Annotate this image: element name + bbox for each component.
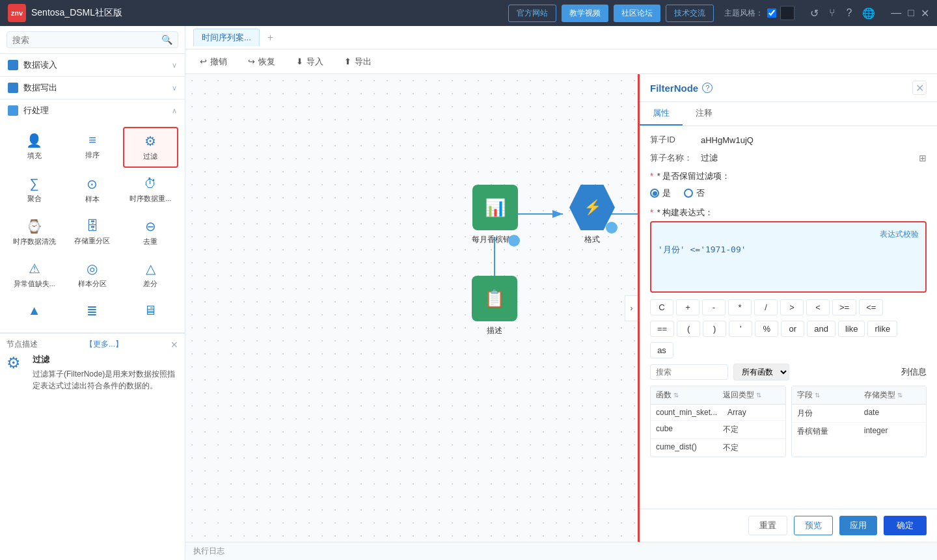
close-icon[interactable]: ✕ — [921, 7, 929, 20]
func-filter-select[interactable]: 所有函数 — [733, 364, 789, 380]
calc-btn-or[interactable]: or — [781, 321, 804, 337]
reload-icon[interactable]: ↺ — [810, 7, 819, 20]
calc-btn-divide[interactable]: / — [754, 299, 778, 315]
sidebar-item-sample-partition[interactable]: ◎ 样本分区 — [64, 255, 120, 295]
sidebar-item-extra2[interactable]: ≣ — [64, 297, 120, 327]
col-row-1[interactable]: 月份 date — [792, 405, 927, 423]
sidebar-item-aggregate[interactable]: ∑ 聚合 — [7, 170, 62, 210]
panel-close-icon[interactable]: ✕ — [912, 81, 927, 95]
toolbar-redo[interactable]: ↪ 恢复 — [244, 53, 279, 70]
node-format[interactable]: ⚡ 格式 — [569, 185, 615, 245]
calc-btn-lt[interactable]: < — [806, 299, 830, 315]
sidebar-item-diff[interactable]: △ 差分 — [123, 255, 178, 295]
fork-icon[interactable]: ⑂ — [829, 7, 835, 20]
calc-btn-gte[interactable]: >= — [832, 299, 856, 315]
calc-btn-mod[interactable]: % — [755, 321, 778, 337]
calc-btn-like[interactable]: like — [838, 321, 865, 337]
panel-footer: 重置 预览 应用 确定 — [640, 509, 937, 542]
tab-comments[interactable]: 注释 — [683, 102, 726, 126]
globe-icon[interactable]: 🌐 — [862, 7, 875, 20]
theme-swatch[interactable] — [780, 6, 794, 20]
calc-btn-rlike[interactable]: rlike — [867, 321, 897, 337]
algo-name-value: 过滤 — [701, 152, 718, 164]
section-icon-row-processing — [8, 105, 18, 116]
func-row-1[interactable]: count_min_sket... Array — [651, 405, 785, 421]
minimize-icon[interactable]: — — [891, 7, 901, 20]
apply-button[interactable]: 应用 — [839, 516, 877, 535]
radio-yes-label: 是 — [662, 187, 671, 199]
calc-btn-lparen[interactable]: ( — [677, 321, 700, 337]
node-monthly-sales[interactable]: 📊 每月香槟销量 — [472, 185, 519, 245]
calc-btn-and[interactable]: and — [807, 321, 835, 337]
panel-collapse-btn[interactable]: › — [625, 295, 638, 321]
section-header-data-export[interactable]: 数据写出 ∨ — [0, 77, 185, 99]
calc-btn-multiply[interactable]: * — [728, 299, 752, 315]
section-icon-data-export — [8, 83, 18, 93]
sidebar-item-outlier[interactable]: ⚠ 异常值缺失... — [7, 255, 62, 295]
tab-properties[interactable]: 属性 — [640, 102, 683, 126]
storage-type-sort-icon: ⇅ — [897, 392, 903, 399]
reset-button[interactable]: 重置 — [748, 516, 787, 535]
sidebar-item-fill[interactable]: 👤 填充 — [7, 127, 62, 168]
toolbar-import[interactable]: ⬇ 导入 — [292, 53, 327, 70]
maximize-icon[interactable]: □ — [908, 7, 914, 20]
col-table: 字段 ⇅ 存储类型 ⇅ 月份 date — [791, 386, 927, 457]
aggregate-icon: ∑ — [30, 176, 39, 191]
section-header-data-import[interactable]: 数据读入 ∨ — [0, 54, 185, 76]
storage-repartition-icon: 🗄 — [86, 219, 99, 233]
sidebar-item-dedup[interactable]: ⊖ 去重 — [123, 213, 178, 252]
canvas[interactable]: 📊 每月香槟销量 ⚡ 格式 ⚙ — [185, 74, 638, 542]
nav-btn-community[interactable]: 社区论坛 — [614, 5, 660, 22]
node-desc-close-icon[interactable]: ✕ — [170, 340, 178, 350]
theme-checkbox[interactable] — [767, 8, 776, 18]
search-input[interactable] — [12, 35, 161, 45]
radio-yes[interactable]: 是 — [650, 187, 671, 199]
help-icon[interactable]: ? — [846, 7, 852, 20]
chevron-down-icon: ∨ — [172, 61, 177, 70]
panel-help-icon[interactable]: ? — [702, 83, 713, 93]
calc-btn-plus[interactable]: + — [676, 299, 699, 315]
sidebar-item-timeseries[interactable]: ⏱ 时序数据重... — [123, 170, 178, 210]
panel-header: FilterNode ? ✕ — [640, 74, 937, 102]
expression-input[interactable]: '月份' <='1971-09' — [658, 244, 919, 283]
expr-validate-btn[interactable]: 表达式校验 — [880, 229, 919, 240]
calc-btn-minus[interactable]: - — [702, 299, 726, 315]
sidebar-item-ts-clean[interactable]: ⌚ 时序数据清洗 — [7, 213, 62, 252]
calc-btn-lte[interactable]: <= — [859, 299, 883, 315]
func-row-3[interactable]: cume_dist() 不定 — [651, 439, 785, 457]
calc-btn-c[interactable]: C — [650, 299, 673, 315]
sidebar-item-extra1[interactable]: ▲ — [7, 297, 62, 327]
content-area: 时间序列案... + ↩ 撤销 ↪ 恢复 ⬇ 导入 ⬆ 导出 — [185, 26, 937, 560]
calc-btn-quote[interactable]: ' — [729, 321, 752, 337]
col-row-2[interactable]: 香槟销量 integer — [792, 423, 927, 440]
nav-btn-official[interactable]: 官方网站 — [508, 5, 556, 22]
sidebar-item-sample[interactable]: ⊙ 样本 — [64, 170, 120, 210]
rename-icon[interactable]: ⊞ — [919, 153, 927, 163]
sidebar-item-filter[interactable]: ⚙ 过滤 — [123, 127, 178, 168]
calc-btn-as[interactable]: as — [650, 342, 673, 358]
node-desc-more-link[interactable]: 【更多...】 — [85, 339, 123, 350]
sidebar-item-sort[interactable]: ≡ 排序 — [64, 127, 120, 168]
radio-no[interactable]: 否 — [684, 187, 705, 199]
toolbar-export[interactable]: ⬆ 导出 — [340, 53, 375, 70]
node-describe[interactable]: 📋 描述 — [472, 276, 517, 336]
chevron-up-icon: ∧ — [172, 107, 177, 115]
func-search-input[interactable] — [650, 364, 728, 380]
section-header-row-processing[interactable]: 行处理 ∧ — [0, 100, 185, 122]
node-desc-node-name: 过滤 — [33, 354, 178, 366]
confirm-button[interactable]: 确定 — [884, 516, 927, 535]
toolbar-undo[interactable]: ↩ 撤销 — [196, 53, 231, 70]
func-row-2[interactable]: cube 不定 — [651, 421, 785, 439]
node-monthly-sales-shape: 📊 — [472, 185, 518, 230]
nav-btn-tutorial[interactable]: 教学视频 — [562, 5, 608, 22]
nav-btn-tech[interactable]: 技术交流 — [666, 5, 714, 22]
calc-btn-rparen[interactable]: ) — [703, 321, 726, 337]
tab-timeseries[interactable]: 时间序列案... — [193, 29, 260, 46]
sidebar-item-extra3[interactable]: 🖥 — [123, 297, 178, 327]
calc-btn-gt[interactable]: > — [780, 299, 804, 315]
tab-add-icon[interactable]: + — [262, 29, 278, 46]
preview-button[interactable]: 预览 — [794, 516, 833, 535]
calc-btn-eq[interactable]: == — [650, 321, 674, 337]
node-desc-text-wrap: 过滤 过滤算子(FilterNode)是用来对数据按照指定表达式过滤出符合条件的… — [33, 354, 178, 392]
sidebar-item-storage-repartition[interactable]: 🗄 存储重分区 — [64, 213, 120, 252]
